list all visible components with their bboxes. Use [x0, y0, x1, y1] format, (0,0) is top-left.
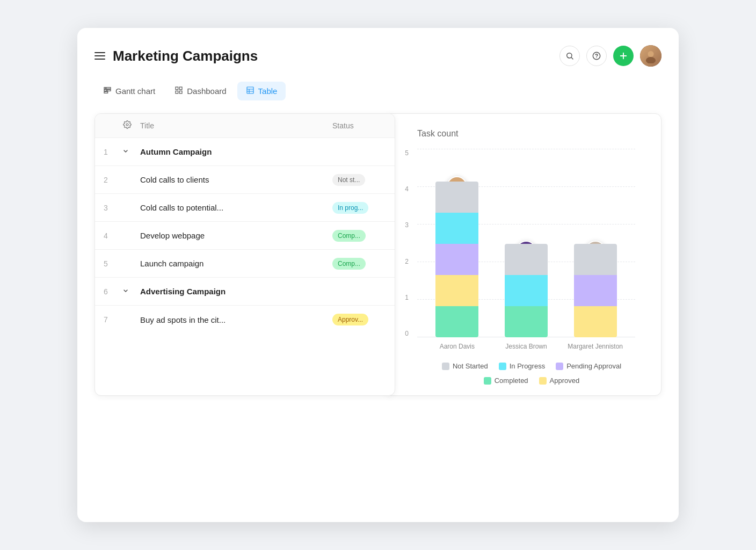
bar-notstarted: [574, 244, 617, 275]
header: Marketing Campaigns: [95, 45, 662, 67]
bar-inprogress: [505, 275, 548, 306]
add-button[interactable]: [613, 46, 634, 66]
page-title: Marketing Campaigns: [113, 48, 258, 64]
row-title: Launch campaign: [138, 259, 332, 268]
user-avatar[interactable]: [640, 45, 662, 67]
bar-label-margaret: Margaret Jenniston: [568, 343, 623, 350]
y-label-4: 4: [396, 185, 412, 193]
table-row[interactable]: 4 Develop webpage Comp...: [95, 222, 395, 250]
status-badge: Comp...: [332, 258, 366, 270]
table-row[interactable]: 2 Cold calls to clients Not st...: [95, 166, 395, 194]
main-content: Title Status 1 Autumn Campaign 2 Cold ca…: [95, 113, 662, 396]
row-title: Buy ad spots in the cit...: [138, 315, 332, 324]
y-label-0: 0: [396, 330, 412, 337]
bar-notstarted: [435, 182, 478, 213]
col-status-header: Status: [332, 121, 386, 130]
bar-stack-jessica: [505, 244, 548, 337]
bar-pending: [574, 275, 617, 306]
bar-approved: [574, 306, 617, 337]
chart-body: 0 1 2 3 4 5: [396, 149, 646, 353]
legend-dot-approved: [539, 377, 547, 385]
row-title: Autumn Campaign: [138, 147, 332, 156]
table-panel: Title Status 1 Autumn Campaign 2 Cold ca…: [95, 113, 395, 396]
table-row[interactable]: 3 Cold calls to potential... In prog...: [95, 194, 395, 222]
avatar-image: [640, 45, 662, 67]
table-row[interactable]: 5 Launch campaign Comp...: [95, 250, 395, 278]
legend-label-approved: Approved: [550, 377, 580, 385]
tab-gantt[interactable]: Gantt chart: [95, 82, 164, 100]
legend-not-started: Not Started: [442, 362, 488, 370]
legend-label-completed: Completed: [495, 377, 528, 385]
chart-legend: Not Started In Progress Pending Approval…: [396, 362, 646, 385]
table-icon: [246, 86, 255, 96]
legend-label-in-progress: In Progress: [510, 362, 545, 370]
expand-icon[interactable]: [123, 148, 138, 156]
help-button[interactable]: [586, 46, 607, 66]
y-label-5: 5: [396, 149, 412, 157]
legend-completed: Completed: [484, 377, 528, 385]
row-number: 4: [104, 231, 123, 240]
tab-table[interactable]: Table: [237, 82, 286, 100]
svg-rect-14: [180, 87, 183, 90]
chart-title: Task count: [396, 129, 646, 139]
dashboard-icon: [175, 86, 183, 96]
svg-rect-10: [104, 90, 107, 91]
chart-panel: Task count 0 1 2 3 4 5: [384, 113, 662, 396]
svg-rect-15: [176, 91, 178, 93]
bar-completed: [505, 306, 548, 337]
row-title: Cold calls to clients: [138, 175, 332, 184]
bar-inprogress: [435, 213, 478, 244]
bar-label-aaron: Aaron Davis: [440, 343, 475, 350]
header-left: Marketing Campaigns: [95, 48, 258, 64]
bars-relative-container: Aaron Davis: [412, 149, 646, 353]
row-number: 2: [104, 176, 123, 184]
tab-table-label: Table: [258, 86, 278, 96]
row-number: 3: [104, 204, 123, 212]
row-title: Develop webpage: [138, 231, 332, 240]
row-status: Comp...: [332, 258, 386, 270]
bar-stack-aaron: [435, 182, 478, 337]
svg-point-21: [126, 124, 128, 126]
legend-dot-completed: [484, 377, 491, 385]
bars-area: Aaron Davis: [412, 149, 646, 353]
bar-notstarted: [505, 244, 548, 275]
header-right: [559, 45, 662, 67]
row-number: 7: [104, 315, 123, 324]
svg-rect-9: [106, 88, 111, 89]
status-badge: Not st...: [332, 174, 365, 186]
row-title: Cold calls to potential...: [138, 203, 332, 212]
row-number: 1: [104, 148, 123, 156]
search-button[interactable]: [559, 46, 580, 66]
status-badge: In prog...: [332, 202, 368, 214]
settings-icon[interactable]: [123, 120, 138, 131]
legend-label-not-started: Not Started: [453, 362, 488, 370]
bar-groups: Aaron Davis: [417, 149, 635, 337]
table-header: Title Status: [95, 114, 395, 138]
y-label-3: 3: [396, 221, 412, 229]
expand-icon[interactable]: [123, 288, 138, 295]
tabs-bar: Gantt chart Dashboard Table: [95, 82, 662, 100]
bar-approved: [435, 275, 478, 306]
table-row[interactable]: 7 Buy ad spots in the cit... Approv...: [95, 306, 395, 334]
table-row[interactable]: 6 Advertising Campaign: [95, 278, 395, 306]
svg-rect-13: [176, 87, 178, 90]
row-status: Not st...: [332, 174, 386, 186]
row-status: Approv...: [332, 314, 386, 325]
svg-point-7: [646, 57, 656, 63]
tab-dashboard[interactable]: Dashboard: [166, 82, 235, 100]
svg-rect-8: [104, 88, 106, 89]
menu-icon[interactable]: [95, 52, 105, 60]
y-axis: 0 1 2 3 4 5: [396, 149, 412, 353]
svg-line-1: [571, 57, 573, 59]
svg-point-6: [648, 51, 653, 57]
bar-completed: [435, 306, 478, 337]
y-label-2: 2: [396, 258, 412, 265]
bar-pending: [435, 244, 478, 275]
table-row[interactable]: 1 Autumn Campaign: [95, 138, 395, 166]
row-status: In prog...: [332, 202, 386, 214]
legend-dot-pending: [556, 363, 563, 370]
col-title-header: Title: [138, 121, 332, 130]
legend-dot-not-started: [442, 363, 449, 370]
app-container: Marketing Campaigns: [77, 28, 679, 522]
svg-rect-12: [104, 92, 108, 93]
